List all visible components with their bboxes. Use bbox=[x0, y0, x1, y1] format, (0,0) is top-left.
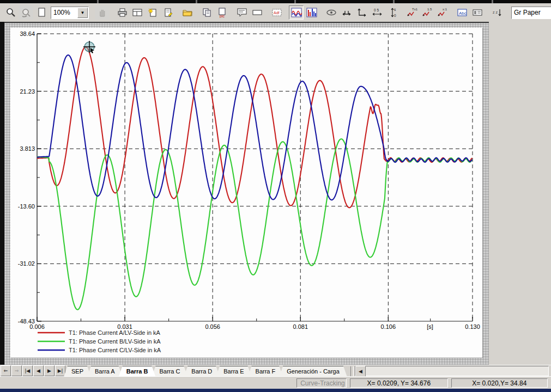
sort-curves-button[interactable]: z z bbox=[489, 5, 504, 20]
tab-nav-4-icon[interactable]: ▶ bbox=[44, 365, 55, 376]
y-tick-label: -31.02 bbox=[18, 260, 35, 267]
graph-page[interactable]: 38.6421.233.813-13.60-31.02-48.430.0060.… bbox=[10, 28, 482, 358]
zoom-level-combo[interactable]: 100%▼ bbox=[51, 7, 89, 19]
legend-table-button[interactable] bbox=[470, 5, 485, 20]
svg-text:0 5: 0 5 bbox=[374, 8, 379, 12]
pan-hand-button bbox=[95, 5, 110, 20]
status-mode-label: Curve-Tracking bbox=[296, 378, 347, 388]
tab-barra-b[interactable]: Barra B bbox=[119, 366, 156, 377]
axis-ticks: 38.6421.233.813-13.60-31.02-48.430.0060.… bbox=[18, 30, 480, 330]
copypic-icon: pic bbox=[217, 7, 228, 18]
chart-legend: T1: Phase Current A/LV-Side in kAT1: Pha… bbox=[38, 329, 161, 353]
paper-combo[interactable]: Gr Paper▼ bbox=[511, 7, 551, 19]
new-graphic-button[interactable] bbox=[145, 5, 160, 20]
callout-icon bbox=[237, 7, 247, 18]
toolbar: 100%▼picAdf0 5s0Tx11.5x:1Abcz zGr Paper▼ bbox=[0, 3, 551, 22]
y-tick-label: 3.813 bbox=[20, 145, 35, 152]
svg-text:Abc: Abc bbox=[459, 11, 467, 16]
scroll-left-icon[interactable]: ◀ bbox=[355, 366, 366, 377]
zoom-back-button bbox=[19, 5, 33, 20]
page-view-button[interactable] bbox=[34, 5, 49, 20]
legend-label-phase-b: T1: Phase Current B/LV-Side in kA bbox=[69, 338, 161, 345]
copy-button[interactable] bbox=[199, 5, 214, 20]
x-axis-unit-label: [s] bbox=[427, 323, 433, 330]
tab-barra-c[interactable]: Barra C bbox=[152, 366, 187, 377]
sheet-tabs: SEPBarra ABarra BBarra CBarra DBarra EBa… bbox=[68, 366, 347, 377]
x-axis-options-button[interactable] bbox=[339, 5, 354, 20]
copy-as-picture-button[interactable]: pic bbox=[215, 5, 229, 20]
tab-nav-2-icon[interactable]: |◀ bbox=[22, 365, 33, 376]
legend-label-phase-c: T1: Phase Current C/LV-Side in kA bbox=[69, 347, 161, 353]
curve-phase-a bbox=[37, 47, 472, 207]
chart-canvas[interactable]: 38.6421.233.813-13.60-31.02-48.430.0060.… bbox=[10, 28, 482, 358]
axes-icon bbox=[356, 7, 367, 18]
print-button[interactable] bbox=[114, 5, 129, 20]
horizontal-scrollbar[interactable]: ◀ bbox=[355, 366, 549, 376]
metafile-button[interactable]: Adf bbox=[269, 5, 284, 20]
y-tick-label: 21.23 bbox=[20, 88, 35, 95]
paper-combo-value: Gr Paper bbox=[512, 9, 551, 16]
svg-text:z z: z z bbox=[493, 10, 498, 14]
copy-icon bbox=[202, 7, 213, 18]
zoomback-icon bbox=[21, 7, 32, 18]
tab-barra-e[interactable]: Barra E bbox=[216, 366, 251, 377]
svg-text:0: 0 bbox=[394, 14, 396, 17]
window-bottom-edge bbox=[0, 389, 551, 392]
page-icon bbox=[36, 7, 47, 18]
status-filler bbox=[0, 378, 293, 388]
svg-text:Tx1: Tx1 bbox=[412, 8, 417, 11]
axes-options-button[interactable] bbox=[354, 5, 369, 20]
auto-scale-y-button[interactable]: 1.5 bbox=[420, 5, 434, 20]
label-text-button[interactable]: Abc bbox=[455, 5, 469, 20]
open-button[interactable] bbox=[180, 5, 195, 20]
y-tick-label: 38.64 bbox=[20, 30, 35, 37]
abc-icon: Abc bbox=[457, 7, 468, 18]
zoom-in-button[interactable] bbox=[3, 5, 18, 20]
tab-barra-f[interactable]: Barra F bbox=[248, 366, 283, 377]
curvescale-icon: x:1 bbox=[437, 7, 448, 18]
curvescale-icon: Tx1 bbox=[407, 7, 417, 18]
x-tick-label: 0.130 bbox=[465, 323, 480, 330]
tab-nav-5-icon[interactable]: ▶| bbox=[55, 365, 65, 376]
phase-current-curves bbox=[37, 47, 472, 309]
fft-icon bbox=[306, 7, 317, 18]
tab-scroll-splitter[interactable] bbox=[350, 366, 354, 377]
y-scale-button[interactable]: s0 bbox=[385, 5, 399, 20]
zoom-axis-button[interactable]: x:1 bbox=[435, 5, 450, 20]
tab-barra-a[interactable]: Barra A bbox=[87, 366, 123, 377]
tab-generaci-n-carga[interactable]: Generación - Carga bbox=[279, 366, 347, 377]
tab-barra-d[interactable]: Barra D bbox=[184, 366, 220, 377]
x-tick-label: 0.081 bbox=[293, 323, 308, 330]
x-scale-button[interactable]: 0 5 bbox=[370, 5, 384, 20]
svg-text:Adf: Adf bbox=[274, 11, 280, 15]
tab-nav-3-icon[interactable]: ◀ bbox=[33, 365, 44, 376]
tab-sep[interactable]: SEP bbox=[64, 366, 91, 377]
page-tab-bar: ⇐⇒|◀◀▶▶|SEPBarra ABarra BBarra CBarra DB… bbox=[0, 365, 551, 377]
show-hide-button[interactable] bbox=[324, 5, 338, 20]
curvescale-icon: 1.5 bbox=[422, 7, 433, 18]
status-bar: Curve-Tracking X= 0.0209, Y= 34.676 X= 0… bbox=[0, 376, 551, 389]
curve-plot-button[interactable] bbox=[289, 5, 304, 20]
legend-label-phase-a: T1: Phase Current A/LV-Side in kA bbox=[69, 329, 161, 336]
edit-graphic-button[interactable] bbox=[160, 5, 175, 20]
chevron-down-icon[interactable]: ▼ bbox=[77, 8, 88, 18]
annotation-button[interactable] bbox=[234, 5, 249, 20]
canvas-left-edge bbox=[0, 22, 4, 365]
text-box-button[interactable] bbox=[250, 5, 264, 20]
tab-nav-0-icon[interactable]: ⇐ bbox=[1, 365, 11, 376]
textbox-icon bbox=[252, 7, 263, 18]
page-layout-button[interactable] bbox=[130, 5, 144, 20]
x-tick-label: 0.056 bbox=[205, 323, 220, 330]
bar-plot-button[interactable] bbox=[304, 5, 319, 20]
legendbox-icon bbox=[472, 7, 483, 18]
layout-icon bbox=[132, 7, 143, 18]
newpage-icon bbox=[147, 7, 158, 18]
curve-tracking-cursor[interactable] bbox=[83, 41, 95, 53]
yscale-icon: s0 bbox=[387, 7, 398, 18]
x-tick-label: 0.006 bbox=[29, 323, 45, 330]
xscale-icon: 0 5 bbox=[372, 7, 383, 18]
svg-text:x:1: x:1 bbox=[443, 8, 447, 11]
metafile-icon: Adf bbox=[271, 7, 282, 18]
tab-nav-1-icon: ⇒ bbox=[11, 365, 22, 376]
auto-scale-x-button[interactable]: Tx1 bbox=[404, 5, 419, 20]
